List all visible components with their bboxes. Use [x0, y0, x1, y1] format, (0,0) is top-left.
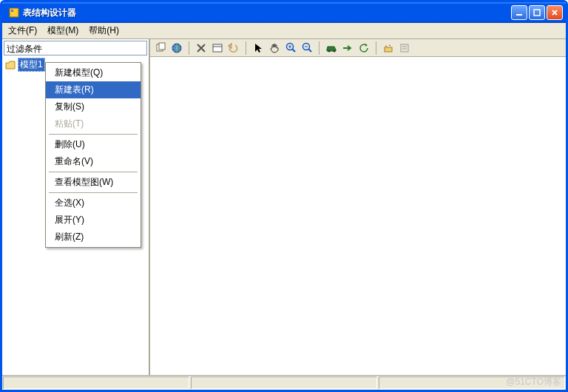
app-window: 表结构设计器 文件(F) 模型(M) 帮助(H) 过滤条件 模型1: [0, 0, 568, 392]
menu-rename[interactable]: 重命名(V): [46, 153, 141, 170]
svg-rect-19: [401, 44, 408, 52]
menu-new-model[interactable]: 新建模型(Q): [46, 64, 141, 81]
filter-label[interactable]: 过滤条件: [4, 41, 147, 55]
app-icon: [8, 7, 20, 18]
context-menu: 新建模型(Q) 新建表(R) 复制(S) 粘贴(T) 删除(U) 重命名(V) …: [45, 62, 141, 248]
svg-rect-18: [385, 47, 392, 52]
maximize-button[interactable]: [529, 5, 545, 20]
svg-rect-3: [534, 10, 540, 16]
svg-line-14: [308, 50, 311, 53]
zoom-in-icon[interactable]: [285, 42, 297, 54]
menu-refresh[interactable]: 刷新(Z): [46, 229, 141, 246]
design-canvas[interactable]: [150, 57, 566, 375]
folder-icon: [5, 61, 16, 70]
menu-file[interactable]: 文件(F): [5, 23, 40, 38]
pointer-icon[interactable]: [252, 42, 264, 54]
car-icon[interactable]: [325, 42, 337, 54]
menu-select-all[interactable]: 全选(X): [46, 195, 141, 212]
menu-help[interactable]: 帮助(H): [86, 23, 122, 38]
window-title: 表结构设计器: [23, 7, 511, 19]
svg-line-10: [292, 50, 295, 53]
undo-icon[interactable]: [228, 42, 240, 54]
close-button[interactable]: [547, 5, 563, 20]
svg-rect-2: [516, 14, 522, 16]
wizard-icon[interactable]: [382, 42, 394, 54]
toolbar-separator: [319, 41, 320, 55]
globe-icon[interactable]: [171, 42, 183, 54]
svg-rect-1: [11, 10, 13, 12]
minimize-button[interactable]: [511, 5, 527, 20]
menu-expand[interactable]: 展开(Y): [46, 212, 141, 229]
status-cell: [191, 376, 377, 389]
zoom-out-icon[interactable]: [301, 42, 313, 54]
delete-icon[interactable]: [195, 42, 207, 54]
svg-rect-7: [213, 44, 222, 52]
menu-copy[interactable]: 复制(S): [46, 98, 141, 115]
menu-paste: 粘贴(T): [46, 115, 141, 132]
right-pane: [150, 39, 566, 375]
svg-point-16: [328, 50, 331, 52]
menu-model[interactable]: 模型(M): [44, 23, 81, 38]
svg-rect-5: [159, 43, 165, 50]
properties-icon[interactable]: [399, 42, 410, 54]
svg-rect-0: [10, 8, 18, 17]
toolbar-separator: [189, 41, 189, 55]
menu-separator: [49, 134, 138, 135]
hand-icon[interactable]: [268, 42, 280, 54]
window-buttons: [511, 5, 563, 20]
svg-point-17: [334, 50, 336, 52]
menu-separator: [49, 172, 138, 172]
menu-new-table[interactable]: 新建表(R): [46, 81, 141, 98]
window-icon[interactable]: [212, 42, 223, 54]
arrow-right-icon[interactable]: [342, 42, 354, 54]
menu-view-diagram[interactable]: 查看模型图(W): [46, 174, 141, 191]
status-cell: [3, 376, 189, 389]
statusbar: [2, 375, 566, 390]
refresh-icon[interactable]: [358, 42, 370, 54]
copy-icon[interactable]: [155, 42, 166, 54]
toolbar: [150, 39, 566, 57]
tree-root-label: 模型1: [18, 58, 45, 72]
toolbar-separator: [246, 41, 246, 55]
menubar: 文件(F) 模型(M) 帮助(H): [2, 23, 566, 39]
titlebar: 表结构设计器: [2, 2, 566, 23]
menu-separator: [49, 192, 138, 193]
menu-delete[interactable]: 删除(U): [46, 136, 141, 153]
toolbar-separator: [376, 41, 376, 55]
status-cell: [379, 376, 565, 389]
